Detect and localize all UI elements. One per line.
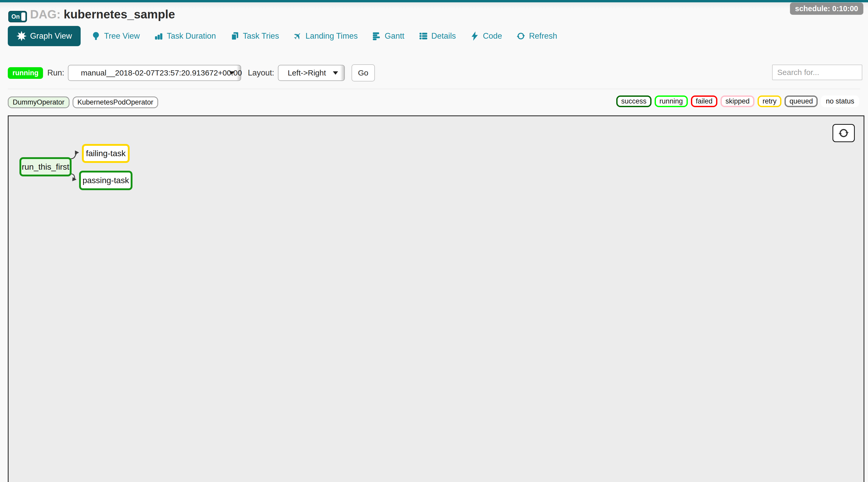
tab-label: Task Duration bbox=[167, 31, 216, 41]
tab-landing-times[interactable]: ✈ Landing Times bbox=[286, 26, 365, 46]
chevron-down-icon bbox=[333, 71, 338, 75]
tab-code[interactable]: Code bbox=[463, 26, 509, 46]
status-badge-skipped: skipped bbox=[720, 95, 754, 107]
tree-icon bbox=[92, 32, 100, 40]
operator-legend-kubernetespodoperator: KubernetesPodOperator bbox=[72, 96, 158, 108]
operator-legend-dummyoperator: DummyOperator bbox=[8, 96, 69, 108]
task-node-failing-task[interactable]: failing-task bbox=[82, 144, 130, 163]
tab-refresh[interactable]: Refresh bbox=[509, 26, 564, 46]
tab-task-tries[interactable]: Task Tries bbox=[223, 26, 286, 46]
bolt-icon bbox=[470, 32, 479, 40]
status-badge-no-status: no status bbox=[821, 95, 859, 107]
dag-on-toggle[interactable]: On bbox=[8, 11, 27, 22]
list-icon bbox=[419, 32, 428, 40]
run-state-badge: running bbox=[8, 67, 43, 79]
task-node-passing-task[interactable]: passing-task bbox=[79, 171, 132, 190]
tab-label: Task Tries bbox=[243, 31, 279, 41]
task-node-run_this_first[interactable]: run_this_first bbox=[20, 157, 71, 176]
graph-refresh-button[interactable] bbox=[833, 124, 855, 142]
starburst-icon bbox=[17, 31, 26, 41]
divider bbox=[8, 89, 860, 89]
dag-graph-canvas[interactable]: run_this_first failing-task passing-task bbox=[8, 115, 864, 482]
schedule-badge: schedule: 0:10:00 bbox=[790, 3, 863, 15]
status-badge-retry: retry bbox=[757, 95, 781, 107]
tab-graph-view[interactable]: Graph View bbox=[8, 26, 81, 46]
toggle-on-label: On bbox=[11, 13, 20, 20]
select-edge-shade bbox=[340, 65, 344, 81]
page-title-prefix: DAG: bbox=[30, 7, 61, 21]
refresh-icon bbox=[517, 32, 525, 40]
tab-gantt[interactable]: Gantt bbox=[365, 26, 412, 46]
tab-tree-view[interactable]: Tree View bbox=[84, 26, 147, 46]
edge-run-to-passing bbox=[71, 174, 76, 180]
tab-label: Tree View bbox=[104, 31, 140, 41]
tab-label: Code bbox=[483, 31, 502, 41]
plane-icon: ✈ bbox=[291, 29, 305, 43]
search-input[interactable] bbox=[772, 65, 862, 80]
layout-label: Layout: bbox=[248, 68, 274, 78]
dag-name: kubernetes_sample bbox=[64, 7, 175, 21]
layout-select-value: Left->Right bbox=[288, 68, 326, 77]
run-toolbar: running Run: manual__2018-02-07T23:57:20… bbox=[8, 64, 375, 82]
toggle-knob[interactable] bbox=[21, 12, 26, 21]
top-accent-bar bbox=[0, 0, 868, 2]
view-tabs: Graph View Tree View Task Duration Task … bbox=[8, 26, 564, 46]
copy-icon bbox=[230, 32, 239, 40]
operator-legend: DummyOperator KubernetesPodOperator bbox=[8, 96, 158, 108]
run-select[interactable]: manual__2018-02-07T23:57:20.913672+00:00 bbox=[68, 65, 241, 81]
tab-details[interactable]: Details bbox=[412, 26, 463, 46]
run-select-value: manual__2018-02-07T23:57:20.913672+00:00 bbox=[81, 68, 242, 77]
dag-edges bbox=[8, 116, 864, 482]
refresh-icon bbox=[838, 128, 849, 139]
status-legend: success running failed skipped retry que… bbox=[616, 95, 859, 107]
tab-label: Refresh bbox=[529, 31, 557, 41]
edge-run-to-failing bbox=[71, 153, 78, 159]
gantt-bars-icon bbox=[372, 32, 381, 40]
page-title: DAG:kubernetes_sample bbox=[30, 7, 175, 21]
status-badge-running: running bbox=[655, 95, 688, 107]
status-badge-failed: failed bbox=[691, 95, 718, 107]
tab-task-duration[interactable]: Task Duration bbox=[147, 26, 223, 46]
layout-select[interactable]: Left->Right bbox=[278, 65, 345, 81]
status-badge-queued: queued bbox=[784, 95, 818, 107]
select-edge-shade bbox=[237, 65, 241, 81]
bar-chart-icon bbox=[154, 32, 163, 40]
tab-label: Gantt bbox=[385, 31, 404, 41]
go-button[interactable]: Go bbox=[351, 64, 375, 82]
tab-label: Details bbox=[431, 31, 456, 41]
tab-label: Landing Times bbox=[305, 31, 358, 41]
status-badge-success: success bbox=[616, 95, 652, 107]
run-label: Run: bbox=[47, 68, 64, 78]
chevron-down-icon bbox=[229, 71, 235, 75]
tab-label: Graph View bbox=[30, 31, 72, 41]
